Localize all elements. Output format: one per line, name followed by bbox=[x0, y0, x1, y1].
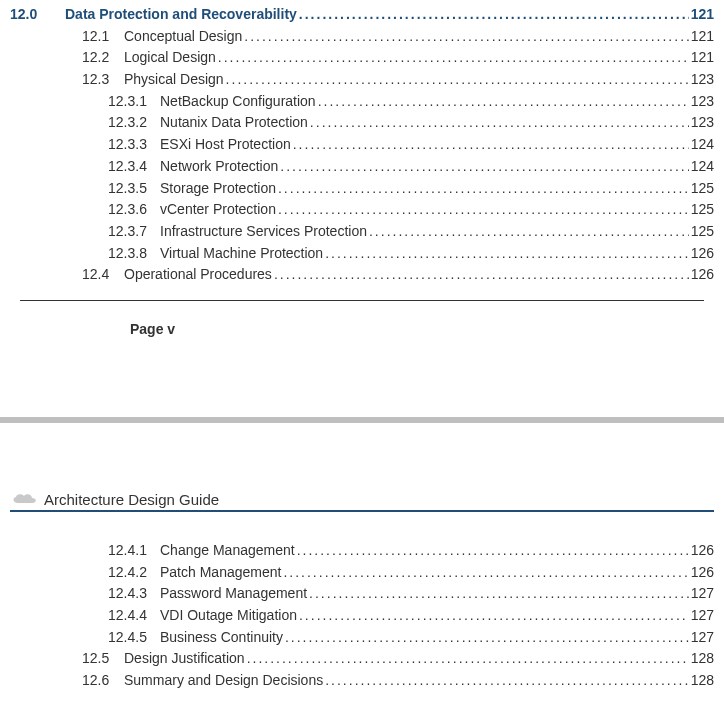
toc-page: 123 bbox=[689, 112, 714, 134]
toc-title: NetBackup Configuration bbox=[160, 91, 316, 113]
toc-number: 12.3.3 bbox=[108, 134, 160, 156]
toc-number: 12.5 bbox=[82, 648, 124, 670]
toc-leader bbox=[295, 540, 689, 562]
toc-leader bbox=[278, 156, 688, 178]
toc-entry[interactable]: 12.5Design Justification128 bbox=[10, 648, 714, 670]
toc-leader bbox=[245, 648, 689, 670]
toc-number: 12.4 bbox=[82, 264, 124, 286]
toc-title: Physical Design bbox=[124, 69, 224, 91]
toc-leader bbox=[272, 264, 689, 286]
toc-page: 123 bbox=[689, 91, 714, 113]
toc-leader bbox=[297, 605, 689, 627]
toc-page: 126 bbox=[689, 264, 714, 286]
toc-number: 12.3.4 bbox=[108, 156, 160, 178]
toc-title: Patch Management bbox=[160, 562, 281, 584]
page-bottom-region: Architecture Design Guide 12.4.1Change M… bbox=[0, 491, 724, 700]
toc-title: vCenter Protection bbox=[160, 199, 276, 221]
toc-page: 126 bbox=[689, 562, 714, 584]
toc-page: 127 bbox=[689, 583, 714, 605]
toc-page: 121 bbox=[689, 47, 714, 69]
toc-number: 12.0 bbox=[10, 4, 65, 26]
toc-title: Network Protection bbox=[160, 156, 278, 178]
toc-page: 123 bbox=[689, 69, 714, 91]
page-footer-label: Page v bbox=[10, 301, 714, 337]
toc-title: Password Management bbox=[160, 583, 307, 605]
toc-entry[interactable]: 12.3.7Infrastructure Services Protection… bbox=[10, 221, 714, 243]
toc-page: 125 bbox=[689, 178, 714, 200]
cloud-icon bbox=[10, 492, 38, 506]
toc-page: 125 bbox=[689, 221, 714, 243]
toc-title: Logical Design bbox=[124, 47, 216, 69]
toc-entry[interactable]: 12.0Data Protection and Recoverability12… bbox=[10, 4, 714, 26]
toc-entry[interactable]: 12.3.3ESXi Host Protection124 bbox=[10, 134, 714, 156]
toc-page: 126 bbox=[689, 540, 714, 562]
toc-entry[interactable]: 12.3.5Storage Protection125 bbox=[10, 178, 714, 200]
toc-number: 12.3.8 bbox=[108, 243, 160, 265]
toc-title: Nutanix Data Protection bbox=[160, 112, 308, 134]
toc-leader bbox=[291, 134, 689, 156]
toc-entry[interactable]: 12.2Logical Design121 bbox=[10, 47, 714, 69]
toc-number: 12.6 bbox=[82, 670, 124, 692]
table-of-contents-bottom: 12.4.1Change Management12612.4.2Patch Ma… bbox=[10, 540, 714, 692]
toc-page: 121 bbox=[689, 4, 714, 26]
toc-entry[interactable]: 12.1Conceptual Design121 bbox=[10, 26, 714, 48]
toc-leader bbox=[242, 26, 688, 48]
page-top-region: 12.0Data Protection and Recoverability12… bbox=[0, 0, 724, 337]
toc-title: Change Management bbox=[160, 540, 295, 562]
toc-number: 12.4.3 bbox=[108, 583, 160, 605]
toc-number: 12.3.2 bbox=[108, 112, 160, 134]
toc-title: Design Justification bbox=[124, 648, 245, 670]
toc-entry[interactable]: 12.3Physical Design123 bbox=[10, 69, 714, 91]
toc-leader bbox=[323, 243, 688, 265]
toc-number: 12.2 bbox=[82, 47, 124, 69]
toc-number: 12.4.5 bbox=[108, 627, 160, 649]
toc-leader bbox=[367, 221, 689, 243]
toc-page: 125 bbox=[689, 199, 714, 221]
toc-entry[interactable]: 12.4Operational Procedures126 bbox=[10, 264, 714, 286]
toc-title: Summary and Design Decisions bbox=[124, 670, 323, 692]
toc-leader bbox=[224, 69, 689, 91]
toc-title: Conceptual Design bbox=[124, 26, 242, 48]
toc-entry[interactable]: 12.3.1NetBackup Configuration123 bbox=[10, 91, 714, 113]
toc-number: 12.3.5 bbox=[108, 178, 160, 200]
toc-leader bbox=[323, 670, 688, 692]
toc-title: Business Continuity bbox=[160, 627, 283, 649]
table-of-contents-top: 12.0Data Protection and Recoverability12… bbox=[10, 4, 714, 286]
toc-number: 12.3 bbox=[82, 69, 124, 91]
toc-entry[interactable]: 12.4.4VDI Outage Mitigation127 bbox=[10, 605, 714, 627]
toc-title: Operational Procedures bbox=[124, 264, 272, 286]
toc-entry[interactable]: 12.3.8Virtual Machine Protection126 bbox=[10, 243, 714, 265]
toc-leader bbox=[276, 199, 689, 221]
toc-leader bbox=[276, 178, 689, 200]
toc-entry[interactable]: 12.4.1Change Management126 bbox=[10, 540, 714, 562]
toc-title: Infrastructure Services Protection bbox=[160, 221, 367, 243]
toc-leader bbox=[283, 627, 689, 649]
toc-page: 128 bbox=[689, 670, 714, 692]
toc-page: 121 bbox=[689, 26, 714, 48]
document-header: Architecture Design Guide bbox=[10, 491, 714, 512]
toc-number: 12.3.6 bbox=[108, 199, 160, 221]
toc-leader bbox=[281, 562, 688, 584]
toc-entry[interactable]: 12.3.6vCenter Protection125 bbox=[10, 199, 714, 221]
toc-leader bbox=[316, 91, 689, 113]
toc-entry[interactable]: 12.6Summary and Design Decisions128 bbox=[10, 670, 714, 692]
toc-page: 127 bbox=[689, 605, 714, 627]
toc-title: Virtual Machine Protection bbox=[160, 243, 323, 265]
toc-entry[interactable]: 12.3.2Nutanix Data Protection123 bbox=[10, 112, 714, 134]
toc-entry[interactable]: 12.4.3Password Management127 bbox=[10, 583, 714, 605]
toc-leader bbox=[297, 4, 689, 26]
toc-page: 124 bbox=[689, 134, 714, 156]
toc-title: Data Protection and Recoverability bbox=[65, 4, 297, 26]
toc-title: ESXi Host Protection bbox=[160, 134, 291, 156]
toc-leader bbox=[308, 112, 689, 134]
toc-entry[interactable]: 12.4.2Patch Management126 bbox=[10, 562, 714, 584]
toc-entry[interactable]: 12.3.4Network Protection124 bbox=[10, 156, 714, 178]
toc-number: 12.3.7 bbox=[108, 221, 160, 243]
toc-page: 128 bbox=[689, 648, 714, 670]
toc-number: 12.4.4 bbox=[108, 605, 160, 627]
toc-number: 12.1 bbox=[82, 26, 124, 48]
toc-page: 126 bbox=[689, 243, 714, 265]
toc-leader bbox=[307, 583, 689, 605]
toc-entry[interactable]: 12.4.5Business Continuity127 bbox=[10, 627, 714, 649]
toc-title: VDI Outage Mitigation bbox=[160, 605, 297, 627]
